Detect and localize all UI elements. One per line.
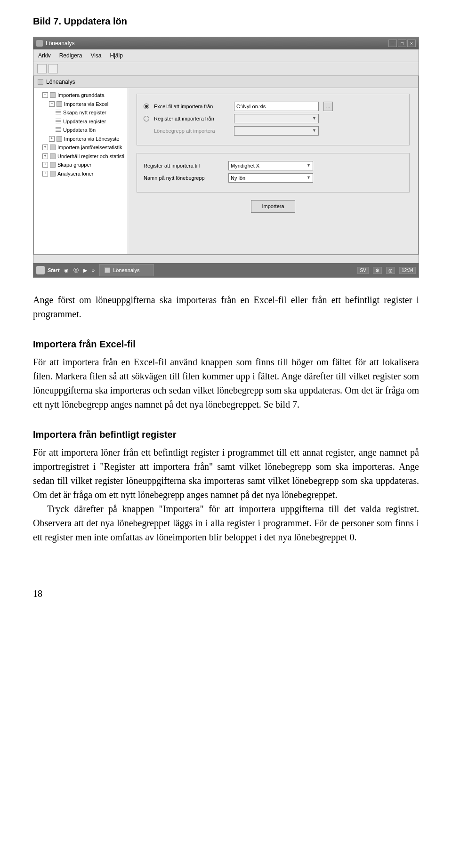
tree-item[interactable]: −Importera grunddata [36,91,126,100]
toolbar [33,62,419,76]
section-body-register-2: Tryck därefter på knappen "Importera" fö… [33,502,419,544]
toolbar-button-1[interactable] [37,64,47,73]
clock: 12:34 [399,267,416,274]
window-titlebar: Löneanalys – □ × [33,37,419,49]
minimize-button[interactable]: – [388,40,397,47]
tray-icon[interactable]: ⚙ [373,267,382,274]
form-panel: Excel-fil att importera från C:\NyLön.xl… [128,88,418,254]
register-to-combo[interactable]: Myndighet X▼ [228,161,313,170]
import-button[interactable]: Importera [251,200,295,213]
name-new-combo[interactable]: Ny lön▼ [228,173,313,183]
subwindow-icon [38,79,43,85]
quicklaunch-icon[interactable]: ⓔ [73,266,79,274]
tree-item[interactable]: +Skapa grupper [36,161,126,169]
radio-register[interactable] [144,116,149,121]
lonebegrepp-import-combo: ▼ [234,126,319,136]
lonebegrepp-import-label: Lönebegrepp att importera [154,127,229,135]
radio-register-label: Register att importera från [154,115,229,123]
windows-logo-icon [36,266,45,274]
section-heading-excel: Importera från Excel-fil [33,337,419,351]
name-new-label: Namn på nytt lönebegrepp [144,174,224,182]
tree-item[interactable]: −Importera via Excel [36,100,126,109]
menu-visa[interactable]: Visa [90,51,101,60]
radio-excel-label: Excel-fil att importera från [154,103,229,111]
tree-item[interactable]: +Analysera löner [36,169,126,178]
menu-hjalp[interactable]: Hjälp [110,51,123,60]
tree-item[interactable]: Uppdatera register [36,117,126,126]
tray-icon[interactable]: ◎ [386,267,395,274]
section-body-register-1: För att importera löner från ett befintl… [33,445,419,502]
language-indicator[interactable]: SV [357,267,368,274]
app-screenshot: Löneanalys – □ × Arkiv Redigera Visa Hjä… [33,37,419,278]
intro-paragraph: Ange först om löneuppgifterna ska import… [33,293,419,321]
quicklaunch-icon[interactable]: ◉ [64,266,69,274]
toolbar-button-2[interactable] [48,64,58,73]
start-button[interactable]: Start [36,266,59,274]
tree-item[interactable]: Skapa nytt register [36,108,126,117]
tree-item[interactable]: +Underhåll register och statisti [36,152,126,161]
excel-path-field[interactable]: C:\NyLön.xls [234,102,319,111]
register-from-combo[interactable]: ▼ [234,114,319,123]
window-title: Löneanalys [46,39,74,48]
page-number: 18 [33,587,419,601]
task-icon [105,267,110,273]
close-button[interactable]: × [407,40,416,47]
subwindow-title: Löneanalys [46,78,75,86]
app-icon [36,40,43,47]
tree-item[interactable]: +Importera via Lönesyste [36,135,126,144]
menu-arkiv[interactable]: Arkiv [38,51,51,60]
taskbar: Start ◉ ⓔ ▶ » Löneanalys SV ⚙ ◎ 12:34 [33,263,419,277]
tree-item[interactable]: Uppdatera lön [36,126,126,135]
register-to-label: Register att importera till [144,162,224,170]
maximize-button[interactable]: □ [398,40,406,47]
figure-caption: Bild 7. Uppdatera lön [33,14,419,28]
tree-item[interactable]: +Importera jämförelsestatistik [36,143,126,152]
taskbar-task[interactable]: Löneanalys [99,264,154,277]
tree-nav: −Importera grunddata −Importera via Exce… [34,88,128,254]
menu-redigera[interactable]: Redigera [59,51,82,60]
statusbar [33,255,419,263]
browse-button[interactable]: ... [323,102,333,111]
quicklaunch-icon[interactable]: ▶ [83,266,87,274]
section-heading-register: Importera från befintligt register [33,427,419,442]
section-body-excel: För att importera från en Excel-fil anvä… [33,355,419,411]
radio-excel[interactable] [144,104,149,109]
menubar: Arkiv Redigera Visa Hjälp [33,49,419,62]
